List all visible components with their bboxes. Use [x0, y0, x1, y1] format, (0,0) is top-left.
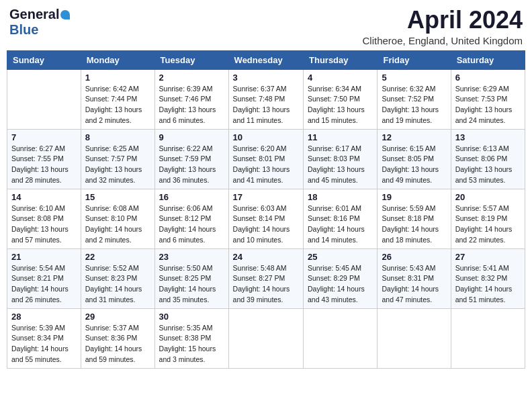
calendar-cell	[304, 308, 378, 368]
day-detail: Sunrise: 5:50 AMSunset: 8:25 PMDaylight:…	[159, 263, 224, 306]
calendar-week-row: 14Sunrise: 6:10 AMSunset: 8:08 PMDayligh…	[7, 189, 525, 248]
day-number: 26	[382, 252, 446, 262]
day-number: 7	[11, 132, 77, 142]
calendar-cell: 26Sunrise: 5:43 AMSunset: 8:31 PMDayligh…	[378, 248, 451, 308]
day-detail: Sunrise: 6:15 AMSunset: 8:05 PMDaylight:…	[382, 144, 446, 186]
calendar-cell: 28Sunrise: 5:39 AMSunset: 8:34 PMDayligh…	[7, 308, 81, 368]
day-number: 29	[85, 312, 150, 322]
logo-general: General	[9, 7, 59, 22]
header-tuesday: Tuesday	[154, 50, 228, 69]
calendar-cell: 7Sunrise: 6:27 AMSunset: 7:55 PMDaylight…	[7, 129, 81, 189]
calendar-cell	[7, 69, 81, 129]
calendar-cell	[451, 308, 525, 368]
calendar-cell: 1Sunrise: 6:42 AMSunset: 7:44 PMDaylight…	[81, 69, 154, 129]
header-sunday: Sunday	[7, 50, 81, 69]
day-detail: Sunrise: 5:57 AMSunset: 8:19 PMDaylight:…	[455, 203, 521, 246]
page-header: General Blue April 2024 Clitheroe, Engla…	[7, 7, 525, 46]
day-number: 19	[382, 192, 446, 202]
calendar-header-row: SundayMondayTuesdayWednesdayThursdayFrid…	[7, 50, 525, 69]
day-detail: Sunrise: 6:25 AMSunset: 7:57 PMDaylight:…	[85, 144, 150, 186]
calendar-cell: 24Sunrise: 5:48 AMSunset: 8:27 PMDayligh…	[228, 248, 303, 308]
day-number: 5	[382, 73, 446, 83]
day-number: 9	[159, 132, 224, 142]
day-detail: Sunrise: 5:54 AMSunset: 8:21 PMDaylight:…	[11, 263, 77, 306]
day-number: 10	[233, 132, 299, 142]
title-block: April 2024 Clitheroe, England, United Ki…	[363, 7, 523, 46]
day-number: 23	[159, 252, 224, 262]
day-detail: Sunrise: 5:45 AMSunset: 8:29 PMDaylight:…	[308, 263, 373, 306]
calendar-week-row: 28Sunrise: 5:39 AMSunset: 8:34 PMDayligh…	[7, 308, 525, 368]
day-number: 21	[11, 252, 77, 262]
day-number: 27	[455, 252, 521, 262]
day-number: 17	[233, 192, 299, 202]
day-number: 18	[308, 192, 373, 202]
calendar-cell: 5Sunrise: 6:32 AMSunset: 7:52 PMDaylight…	[378, 69, 451, 129]
calendar-cell: 13Sunrise: 6:13 AMSunset: 8:06 PMDayligh…	[451, 129, 525, 189]
logo-icon	[60, 10, 70, 19]
day-detail: Sunrise: 6:08 AMSunset: 8:10 PMDaylight:…	[85, 203, 150, 246]
header-thursday: Thursday	[304, 50, 378, 69]
header-saturday: Saturday	[451, 50, 525, 69]
day-number: 12	[382, 132, 446, 142]
day-number: 15	[85, 192, 150, 202]
day-number: 8	[85, 132, 150, 142]
logo-blue: Blue	[9, 22, 38, 37]
day-detail: Sunrise: 6:13 AMSunset: 8:06 PMDaylight:…	[455, 144, 521, 186]
day-detail: Sunrise: 5:43 AMSunset: 8:31 PMDaylight:…	[382, 263, 446, 306]
day-detail: Sunrise: 6:20 AMSunset: 8:01 PMDaylight:…	[233, 144, 299, 186]
calendar-cell	[378, 308, 451, 368]
day-detail: Sunrise: 6:01 AMSunset: 8:16 PMDaylight:…	[308, 203, 373, 246]
day-number: 14	[11, 192, 77, 202]
day-detail: Sunrise: 5:52 AMSunset: 8:23 PMDaylight:…	[85, 263, 150, 306]
day-detail: Sunrise: 6:27 AMSunset: 7:55 PMDaylight:…	[11, 144, 77, 186]
calendar-cell: 6Sunrise: 6:29 AMSunset: 7:53 PMDaylight…	[451, 69, 525, 129]
calendar-cell: 17Sunrise: 6:03 AMSunset: 8:14 PMDayligh…	[228, 189, 303, 248]
day-number: 11	[308, 132, 373, 142]
calendar-cell: 25Sunrise: 5:45 AMSunset: 8:29 PMDayligh…	[304, 248, 378, 308]
calendar-week-row: 7Sunrise: 6:27 AMSunset: 7:55 PMDaylight…	[7, 129, 525, 189]
day-number: 16	[159, 192, 224, 202]
calendar-cell: 9Sunrise: 6:22 AMSunset: 7:59 PMDaylight…	[154, 129, 228, 189]
header-monday: Monday	[81, 50, 154, 69]
day-detail: Sunrise: 6:37 AMSunset: 7:48 PMDaylight:…	[233, 84, 299, 126]
day-detail: Sunrise: 6:22 AMSunset: 7:59 PMDaylight:…	[159, 144, 224, 186]
day-number: 24	[233, 252, 299, 262]
calendar-cell: 18Sunrise: 6:01 AMSunset: 8:16 PMDayligh…	[304, 189, 378, 248]
day-detail: Sunrise: 5:39 AMSunset: 8:34 PMDaylight:…	[11, 323, 77, 365]
calendar-cell: 23Sunrise: 5:50 AMSunset: 8:25 PMDayligh…	[154, 248, 228, 308]
calendar-cell: 19Sunrise: 5:59 AMSunset: 8:18 PMDayligh…	[378, 189, 451, 248]
calendar-cell: 21Sunrise: 5:54 AMSunset: 8:21 PMDayligh…	[7, 248, 81, 308]
calendar-cell: 8Sunrise: 6:25 AMSunset: 7:57 PMDaylight…	[81, 129, 154, 189]
day-number: 6	[455, 73, 521, 83]
calendar-cell: 22Sunrise: 5:52 AMSunset: 8:23 PMDayligh…	[81, 248, 154, 308]
day-detail: Sunrise: 5:48 AMSunset: 8:27 PMDaylight:…	[233, 263, 299, 306]
day-number: 1	[85, 73, 150, 83]
day-number: 4	[308, 73, 373, 83]
day-detail: Sunrise: 6:06 AMSunset: 8:12 PMDaylight:…	[159, 203, 224, 246]
day-detail: Sunrise: 5:37 AMSunset: 8:36 PMDaylight:…	[85, 323, 150, 365]
day-detail: Sunrise: 6:10 AMSunset: 8:08 PMDaylight:…	[11, 203, 77, 246]
calendar-cell: 30Sunrise: 5:35 AMSunset: 8:38 PMDayligh…	[154, 308, 228, 368]
calendar-cell: 2Sunrise: 6:39 AMSunset: 7:46 PMDaylight…	[154, 69, 228, 129]
calendar-cell: 16Sunrise: 6:06 AMSunset: 8:12 PMDayligh…	[154, 189, 228, 248]
day-detail: Sunrise: 6:32 AMSunset: 7:52 PMDaylight:…	[382, 84, 446, 126]
calendar-cell: 15Sunrise: 6:08 AMSunset: 8:10 PMDayligh…	[81, 189, 154, 248]
calendar-cell: 4Sunrise: 6:34 AMSunset: 7:50 PMDaylight…	[304, 69, 378, 129]
header-friday: Friday	[378, 50, 451, 69]
day-number: 2	[159, 73, 224, 83]
day-number: 3	[233, 73, 299, 83]
calendar-week-row: 21Sunrise: 5:54 AMSunset: 8:21 PMDayligh…	[7, 248, 525, 308]
day-detail: Sunrise: 6:34 AMSunset: 7:50 PMDaylight:…	[308, 84, 373, 126]
location: Clitheroe, England, United Kingdom	[363, 35, 523, 46]
calendar-cell: 11Sunrise: 6:17 AMSunset: 8:03 PMDayligh…	[304, 129, 378, 189]
day-detail: Sunrise: 6:42 AMSunset: 7:44 PMDaylight:…	[85, 84, 150, 126]
calendar-cell: 10Sunrise: 6:20 AMSunset: 8:01 PMDayligh…	[228, 129, 303, 189]
calendar-cell: 27Sunrise: 5:41 AMSunset: 8:32 PMDayligh…	[451, 248, 525, 308]
day-detail: Sunrise: 5:59 AMSunset: 8:18 PMDaylight:…	[382, 203, 446, 246]
day-detail: Sunrise: 5:41 AMSunset: 8:32 PMDaylight:…	[455, 263, 521, 306]
day-number: 22	[85, 252, 150, 262]
day-detail: Sunrise: 6:29 AMSunset: 7:53 PMDaylight:…	[455, 84, 521, 126]
day-number: 13	[455, 132, 521, 142]
day-number: 25	[308, 252, 373, 262]
calendar-cell: 3Sunrise: 6:37 AMSunset: 7:48 PMDaylight…	[228, 69, 303, 129]
